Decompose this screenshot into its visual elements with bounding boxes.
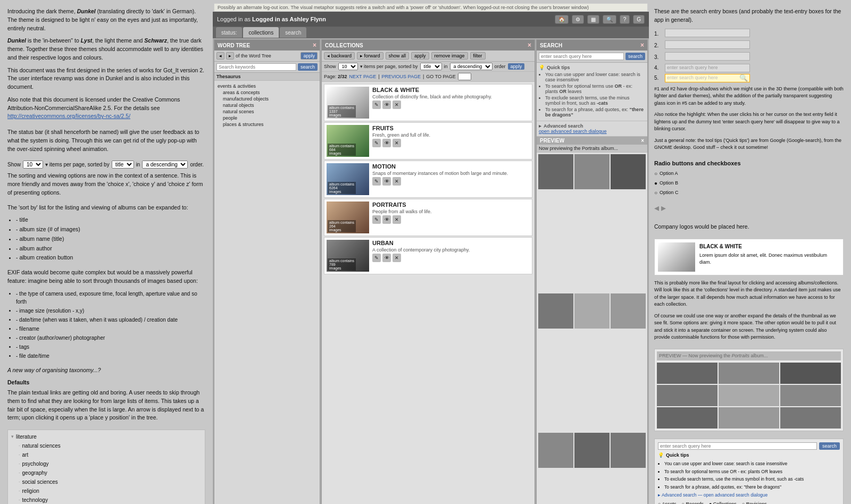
coll-backward-btn[interactable]: ◂ backward xyxy=(324,52,355,60)
wt-fwd-btn[interactable]: ▸ xyxy=(226,52,234,60)
fruits-view-icon[interactable]: 👁 xyxy=(382,139,391,147)
preview-close-btn[interactable]: × xyxy=(641,138,644,144)
settings-icon-btn[interactable]: ⚙ xyxy=(572,15,584,24)
coll-item-motion[interactable]: album contains6264images MOTION Snaps of… xyxy=(324,161,532,198)
taxonomy-item-psychology[interactable]: psychology xyxy=(18,459,203,468)
motion-view-icon[interactable]: 👁 xyxy=(382,177,391,186)
urban-edit-icon[interactable]: ✎ xyxy=(372,254,381,262)
bw-view-icon[interactable]: 👁 xyxy=(382,100,391,109)
portraits-edit-icon[interactable]: ✎ xyxy=(372,215,381,224)
adv-search-link[interactable]: open advanced search dialogue xyxy=(539,129,607,134)
coll-sort-apply-btn[interactable]: apply xyxy=(508,63,525,70)
pg-item-6[interactable] xyxy=(780,385,841,406)
right-arrow[interactable]: ▸ xyxy=(661,201,666,215)
radio-item-1[interactable]: Option A xyxy=(654,170,844,178)
coll-sort-by[interactable]: title xyxy=(420,63,442,70)
sort-count-select[interactable]: 10 xyxy=(23,161,43,169)
wt-apply-btn[interactable]: apply xyxy=(301,52,318,60)
motion-edit-icon[interactable]: ✎ xyxy=(372,177,381,186)
wt-item-events[interactable]: events & activities xyxy=(216,83,318,89)
taxonomy-item-art[interactable]: art xyxy=(18,450,203,459)
wt-back-btn[interactable]: ◂ xyxy=(216,52,224,60)
pg-item-8[interactable] xyxy=(719,407,779,429)
coll-filter-btn[interactable]: filter xyxy=(470,52,486,60)
taxonomy-item-geography[interactable]: geography xyxy=(18,468,203,477)
wt-search-input[interactable] xyxy=(216,63,296,71)
coll-item-urban[interactable]: album contains789images URBAN A collecti… xyxy=(324,237,532,274)
prev-thumb-9[interactable] xyxy=(611,433,646,468)
taxonomy-item-natural-sciences[interactable]: natural sciences xyxy=(18,441,203,450)
prev-thumb-6[interactable] xyxy=(611,293,646,329)
taxonomy-item-religion[interactable]: religion xyxy=(18,486,203,495)
input-mock-3[interactable] xyxy=(665,52,750,61)
pg-item-5[interactable] xyxy=(719,385,779,406)
taxonomy-item-literature[interactable]: literature xyxy=(10,432,203,441)
motion-del-icon[interactable]: ✕ xyxy=(393,177,401,186)
coll-item-portraits[interactable]: album contains264images PORTRAITS People… xyxy=(324,199,532,236)
input-mock-1[interactable] xyxy=(665,29,750,37)
search-icon-btn[interactable]: 🔍 xyxy=(603,15,616,24)
coll-showall-btn[interactable]: show all xyxy=(386,52,410,60)
pg-item-3[interactable] xyxy=(780,363,841,384)
wt-item-people[interactable]: people xyxy=(222,115,318,121)
coll-sort-count[interactable]: 102550 xyxy=(338,63,358,70)
portraits-view-icon[interactable]: 👁 xyxy=(382,215,391,224)
coll-item-fruits[interactable]: album contains684images FRUITS Fresh, gr… xyxy=(324,122,532,159)
license-link[interactable]: http://creativecommons.org/licenses/by-n… xyxy=(7,113,130,119)
adv-search-label[interactable]: ▸ Advanced search xyxy=(539,123,645,129)
prev-thumb-7[interactable] xyxy=(538,433,573,468)
prev-thumb-1[interactable] xyxy=(538,154,573,189)
word-tree-close[interactable]: × xyxy=(313,41,316,49)
bw-del-icon[interactable]: ✕ xyxy=(393,100,401,109)
collections-close[interactable]: × xyxy=(528,41,531,49)
goto-page-input[interactable] xyxy=(458,73,471,80)
prev-thumb-3[interactable] xyxy=(611,154,646,189)
coll-item-bw[interactable]: album contains1337images BLACK & WHITE C… xyxy=(324,84,532,121)
pg-item-1[interactable] xyxy=(657,363,717,384)
wt-item-places[interactable]: places & structures xyxy=(222,121,318,128)
prev-thumb-5[interactable] xyxy=(574,293,610,329)
prev-page-link[interactable]: PREVIOUS PAGE xyxy=(382,74,421,79)
left-arrow[interactable]: ◂ xyxy=(654,201,659,215)
coll-apply-btn[interactable]: apply xyxy=(411,52,429,60)
prev-thumb-2[interactable] xyxy=(574,154,610,189)
taxonomy-item-social-sciences[interactable]: social sciences xyxy=(18,477,203,486)
pg-item-4[interactable] xyxy=(657,385,717,406)
urban-del-icon[interactable]: ✕ xyxy=(393,254,401,262)
wt-item-manufactured[interactable]: manufactured objects xyxy=(222,96,318,102)
home-icon-btn[interactable]: 🏠 xyxy=(555,15,569,24)
prev-thumb-8[interactable] xyxy=(574,433,610,468)
tab-collections[interactable]: collections xyxy=(243,27,279,38)
taxonomy-item-technology[interactable]: technology xyxy=(18,495,203,504)
next-page-link[interactable]: NEXT PAGE xyxy=(349,74,377,79)
radio-item-2[interactable]: Option B xyxy=(654,179,844,187)
search-right-btn[interactable]: search xyxy=(819,442,840,450)
search-main-input[interactable] xyxy=(539,53,624,60)
bw-edit-icon[interactable]: ✎ xyxy=(372,100,381,109)
input-mock-4[interactable]: enter search query here xyxy=(665,64,750,72)
search-main-btn[interactable]: search xyxy=(625,53,645,60)
collections-icon-btn[interactable]: ▦ xyxy=(587,15,599,24)
radio-item-3[interactable]: Option C xyxy=(654,189,844,197)
coll-remove-btn[interactable]: remove image xyxy=(431,52,468,60)
user-icon-btn[interactable]: G xyxy=(633,15,645,24)
wt-search-btn[interactable]: search xyxy=(298,63,318,71)
portraits-del-icon[interactable]: ✕ xyxy=(393,215,401,224)
coll-sort-order[interactable]: a descendinga ascending xyxy=(450,63,493,70)
tab-search[interactable]: search xyxy=(280,27,306,38)
fruits-edit-icon[interactable]: ✎ xyxy=(372,139,381,147)
search-right-adv[interactable]: ▸ Advanced search — open advanced search… xyxy=(658,492,840,499)
wt-item-areas[interactable]: areas & concepts xyxy=(222,89,318,96)
urban-view-icon[interactable]: 👁 xyxy=(382,254,391,262)
search-close[interactable]: × xyxy=(640,41,644,49)
help-icon-btn[interactable]: ? xyxy=(620,15,630,24)
coll-forward-btn[interactable]: ▸ forward xyxy=(357,52,383,60)
pg-item-2[interactable] xyxy=(719,363,779,384)
prev-thumb-4[interactable] xyxy=(538,293,573,329)
pg-item-7[interactable] xyxy=(657,407,717,429)
search-right-input[interactable] xyxy=(658,442,817,450)
tab-status[interactable]: status: xyxy=(216,27,242,38)
fruits-del-icon[interactable]: ✕ xyxy=(393,139,401,147)
wt-item-natural-obj[interactable]: natural objects xyxy=(222,102,318,108)
input-mock-2[interactable] xyxy=(665,40,750,49)
